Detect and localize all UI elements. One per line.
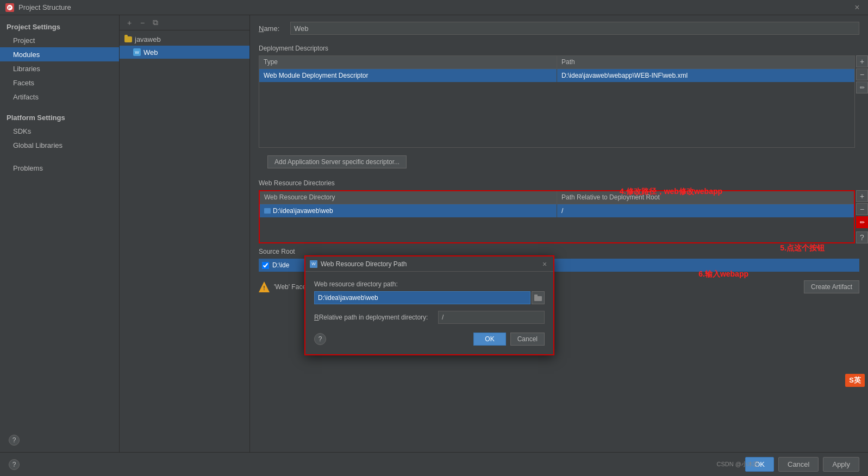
app-icon: P [5, 3, 14, 12]
web-resource-path-input[interactable] [314, 291, 530, 304]
add-button[interactable]: + [124, 17, 135, 28]
name-input[interactable] [290, 22, 859, 35]
web-resource-table: Web Resource Directory Path Relative to … [259, 190, 855, 243]
table-row[interactable]: Web Module Deployment Descriptor D:\idea… [259, 69, 854, 82]
warning-icon [259, 281, 270, 292]
apply-button[interactable]: Apply [823, 457, 859, 472]
relative-path-label: RRelative path in deployment directory: [314, 314, 434, 321]
sidebar-item-project[interactable]: Project [0, 33, 119, 47]
tree-panel: + − ⧉ javaweb W Web [120, 15, 250, 452]
source-root-checkbox[interactable] [262, 262, 269, 269]
main-layout: Project Settings Project Modules Librari… [0, 15, 868, 452]
web-resource-dir-cell: D:\idea\javaweb\web [260, 204, 557, 217]
web-resource-side-buttons: + − ✏ ? [856, 190, 868, 243]
relative-path-row: RRelative path in deployment directory: [314, 311, 545, 324]
sidebar-item-libraries[interactable]: Libraries [0, 61, 119, 76]
bottom-bar: ? CSDN @小木匠 OK Cancel Apply [0, 452, 868, 476]
help-button[interactable]: ? [9, 435, 20, 446]
dialog-cancel-button[interactable]: Cancel [510, 333, 545, 346]
svg-rect-2 [534, 296, 542, 301]
web-resource-dir-header: Web Resource Directory [260, 191, 557, 204]
browse-button[interactable] [532, 291, 545, 304]
name-label: Name: [259, 24, 286, 33]
cancel-button[interactable]: Cancel [778, 457, 819, 472]
folder-shape [124, 36, 132, 42]
title-bar: P Project Structure × [0, 0, 868, 15]
sidebar-item-artifacts[interactable]: Artifacts [0, 90, 119, 104]
source-root-label: Source Root [259, 248, 859, 255]
web-resource-dir-text: D:\idea\javaweb\web [273, 207, 333, 215]
dialog-help-button[interactable]: ? [314, 333, 326, 345]
dialog-icon: W [310, 260, 317, 268]
create-artifact-button[interactable]: Create Artifact [804, 280, 859, 293]
add-server-descriptor-wrapper: Add Application Server specific descript… [250, 148, 868, 176]
tree-item-label-javaweb: javaweb [135, 35, 161, 43]
web-resource-path-label: Web resource directory path: [314, 280, 545, 288]
sidebar-item-problems[interactable]: Problems [0, 161, 119, 175]
svg-rect-3 [534, 295, 538, 297]
remove-descriptor-btn[interactable]: − [856, 68, 868, 80]
svg-text:P: P [8, 5, 11, 10]
deployment-side-buttons: + − ✏ [856, 55, 868, 148]
remove-button[interactable]: − [137, 17, 148, 28]
web-resource-section: Web Resource Directory Path Relative to … [259, 190, 868, 243]
dialog-ok-button[interactable]: OK [473, 333, 505, 346]
dialog-title: Web Resource Directory Path [321, 260, 540, 268]
web-resource-path-input-row [314, 291, 545, 304]
web-shape: W [133, 48, 141, 56]
deployment-table-header: Type Path [259, 56, 854, 69]
web-resource-row[interactable]: D:\idea\javaweb\web / [260, 204, 854, 217]
tree-toolbar: + − ⧉ [120, 15, 249, 30]
web-resource-label: Web Resource Directories [250, 176, 868, 190]
project-settings-header: Project Settings [0, 20, 119, 33]
add-descriptor-btn[interactable]: + [856, 55, 868, 67]
add-app-server-descriptor-button[interactable]: Add Application Server specific descript… [267, 155, 407, 168]
tree-item-label-web: Web [143, 48, 158, 57]
platform-settings-header: Platform Settings [0, 110, 119, 124]
dialog-web-resource-path: W Web Resource Directory Path × Web reso… [304, 255, 554, 355]
deployment-descriptors-label: Deployment Descriptors [250, 41, 868, 55]
add-web-resource-btn[interactable]: + [856, 190, 868, 202]
source-root-value: D:\ide [272, 261, 289, 269]
sidebar-item-sdks[interactable]: SDKs [0, 124, 119, 138]
deployment-descriptors-section: Type Path Web Module Deployment Descript… [259, 55, 868, 148]
sidebar-help: ? [9, 428, 20, 452]
type-cell: Web Module Deployment Descriptor [259, 69, 557, 82]
window-title: Project Structure [18, 3, 71, 11]
remove-web-resource-btn[interactable]: − [856, 203, 868, 215]
dir-icon [264, 208, 271, 214]
name-row: Name: [250, 22, 868, 41]
folder-icon [124, 36, 133, 42]
dialog-content: Web resource directory path: RRelative p… [305, 272, 553, 354]
web-module-icon: W [133, 49, 141, 55]
close-button[interactable]: × [852, 2, 863, 13]
web-resource-header: Web Resource Directory Path Relative to … [260, 191, 854, 204]
path-header: Path [557, 56, 854, 68]
right-panel: Name: Deployment Descriptors Type Path W… [250, 15, 868, 452]
deployment-table: Type Path Web Module Deployment Descript… [259, 55, 855, 148]
tree-items: javaweb W Web [120, 30, 249, 452]
sidebar-item-facets[interactable]: Facets [0, 76, 119, 90]
s-logo: S英 [845, 374, 865, 387]
dialog-buttons: ? OK Cancel [314, 333, 545, 346]
tree-item-javaweb[interactable]: javaweb [120, 33, 249, 46]
csdn-label: CSDN @小木匠 [717, 460, 759, 468]
sidebar: Project Settings Project Modules Librari… [0, 15, 120, 452]
dialog-title-bar: W Web Resource Directory Path × [305, 256, 553, 272]
sidebar-item-modules[interactable]: Modules [0, 47, 119, 61]
table-empty-space [259, 82, 854, 147]
help-web-resource-btn[interactable]: ? [856, 231, 868, 243]
sidebar-item-global-libraries[interactable]: Global Libraries [0, 138, 119, 152]
web-resource-path-header: Path Relative to Deployment Root [557, 191, 854, 204]
copy-button[interactable]: ⧉ [150, 17, 161, 28]
edit-web-resource-btn[interactable]: ✏ [856, 216, 868, 228]
relative-path-input[interactable] [438, 311, 545, 324]
dialog-close-button[interactable]: × [540, 260, 549, 268]
type-header: Type [259, 56, 557, 68]
edit-descriptor-btn[interactable]: ✏ [856, 82, 868, 93]
web-resource-path-cell: / [557, 204, 854, 217]
web-resource-dir-content: D:\idea\javaweb\web [264, 207, 333, 215]
tree-item-web[interactable]: W Web [120, 46, 249, 59]
bottom-help-button[interactable]: ? [9, 459, 20, 470]
path-cell: D:\idea\javaweb\webapp\WEB-INF\web.xml [557, 69, 854, 82]
